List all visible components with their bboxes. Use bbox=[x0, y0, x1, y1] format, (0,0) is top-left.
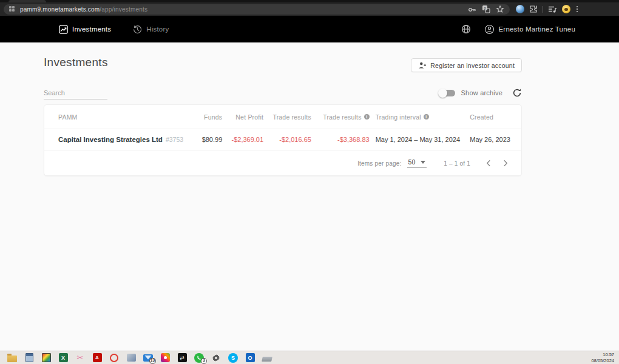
created-cell: May 26, 2023 bbox=[470, 136, 521, 143]
clock-date: 08/05/2024 bbox=[591, 358, 614, 363]
person-add-icon bbox=[418, 61, 427, 69]
app-o-icon[interactable]: O bbox=[242, 351, 259, 364]
info-icon[interactable]: i bbox=[424, 114, 429, 120]
user-name: Ernesto Martinez Tuneu bbox=[499, 25, 576, 33]
column-header-trade-results-2-label: Trade results bbox=[323, 113, 361, 121]
investments-table-card: PAMM Funds Net Profit Trade results Trad… bbox=[44, 104, 522, 176]
mail-badge: 13 bbox=[149, 358, 156, 364]
excel-icon[interactable]: X bbox=[55, 351, 72, 364]
next-page-icon[interactable] bbox=[501, 158, 510, 168]
pamm-id: #3753 bbox=[166, 136, 183, 143]
user-avatar-icon bbox=[484, 24, 495, 35]
address-bar-actions: a bbox=[468, 5, 504, 13]
settings-gear-icon[interactable] bbox=[208, 351, 225, 364]
translate-icon[interactable]: a bbox=[482, 5, 490, 13]
column-header-trading-interval[interactable]: Trading intervali bbox=[370, 113, 470, 121]
net-profit-cell: -$2,369.01 bbox=[222, 136, 263, 143]
items-per-page-label: Items per page: bbox=[357, 160, 401, 167]
mail-icon[interactable]: 13 bbox=[140, 351, 157, 364]
chevron-down-icon bbox=[421, 161, 425, 164]
browser-profile-globe-icon[interactable] bbox=[516, 5, 524, 13]
tab-investments[interactable]: Investments bbox=[59, 25, 111, 34]
history-icon bbox=[133, 25, 142, 34]
browser-toolbar: pamm9.monetamarkets.com/app/investments … bbox=[0, 2, 619, 16]
items-per-page-select[interactable]: 50 bbox=[407, 158, 427, 168]
pager-buttons bbox=[484, 158, 510, 168]
site-info-icon[interactable] bbox=[9, 6, 15, 12]
register-investor-button[interactable]: Register an investor account bbox=[411, 58, 522, 72]
archive-controls: Show archive bbox=[439, 88, 522, 98]
pagination: Items per page: 50 1 – 1 of 1 bbox=[44, 150, 521, 176]
column-header-trading-interval-label: Trading interval bbox=[376, 113, 421, 121]
previous-page-icon[interactable] bbox=[484, 158, 493, 168]
trade-results-2-cell: -$3,368.83 bbox=[311, 136, 370, 143]
search-input[interactable] bbox=[44, 88, 107, 99]
extensions-puzzle-icon[interactable] bbox=[529, 5, 538, 13]
user-menu[interactable]: Ernesto Martinez Tuneu bbox=[484, 24, 576, 35]
funds-cell: $80.99 bbox=[186, 136, 222, 143]
line-chart-icon bbox=[59, 25, 68, 34]
taskbar: X ✂ A 13 ⇄ 3 S O 10:57 08/05/2024 bbox=[0, 351, 619, 364]
acrobat-icon[interactable]: A bbox=[89, 351, 106, 364]
browser-chrome: pamm9.monetamarkets.com/app/investments … bbox=[0, 0, 619, 16]
pagination-range: 1 – 1 of 1 bbox=[444, 160, 470, 167]
paint-icon[interactable] bbox=[157, 351, 174, 364]
address-bar[interactable]: pamm9.monetamarkets.com/app/investments … bbox=[4, 4, 510, 15]
whatsapp-badge: 3 bbox=[201, 358, 207, 364]
column-header-trade-results-2[interactable]: Trade resultsi bbox=[311, 113, 370, 121]
trade-results-cell: -$2,016.65 bbox=[263, 136, 311, 143]
browser-actions bbox=[516, 5, 579, 13]
photos-icon[interactable] bbox=[38, 351, 55, 364]
browser-avatar-icon[interactable] bbox=[562, 5, 570, 13]
refresh-icon bbox=[512, 88, 522, 98]
skype-icon[interactable]: S bbox=[225, 351, 242, 364]
show-archive-toggle[interactable] bbox=[439, 89, 455, 97]
file-transfer-icon[interactable]: ⇄ bbox=[174, 351, 191, 364]
column-header-net-profit[interactable]: Net Profit bbox=[222, 113, 263, 121]
calculator-icon[interactable] bbox=[21, 351, 38, 364]
trading-interval-cell: May 1, 2024 – May 31, 2024 bbox=[370, 136, 470, 143]
pamm-name: Capital Investing Strategies Ltd bbox=[58, 136, 163, 143]
main-content: Investments Register an investor account… bbox=[0, 42, 619, 351]
clock-time: 10:57 bbox=[591, 352, 614, 357]
column-header-trade-results[interactable]: Trade results bbox=[263, 113, 311, 121]
tab-investments-label: Investments bbox=[72, 25, 111, 33]
search-field bbox=[44, 87, 107, 99]
items-per-page-value: 50 bbox=[408, 158, 416, 166]
taskbar-clock[interactable]: 10:57 08/05/2024 bbox=[591, 352, 619, 363]
tab-history[interactable]: History bbox=[133, 25, 169, 34]
app-navbar: Investments History Ernesto Martinez Tun… bbox=[0, 16, 619, 42]
scanner-icon[interactable] bbox=[259, 351, 276, 364]
password-key-icon[interactable] bbox=[468, 5, 476, 13]
register-investor-label: Register an investor account bbox=[430, 62, 515, 69]
column-header-created[interactable]: Created bbox=[470, 113, 521, 121]
app-cube-icon[interactable] bbox=[123, 351, 140, 364]
column-header-pamm[interactable]: PAMM bbox=[44, 113, 186, 121]
language-globe-icon[interactable] bbox=[461, 24, 471, 34]
screen: pamm9.monetamarkets.com/app/investments … bbox=[0, 0, 619, 364]
toolbar-separator bbox=[543, 6, 543, 13]
info-icon[interactable]: i bbox=[364, 114, 370, 120]
pamm-cell[interactable]: Capital Investing Strategies Ltd#3753 bbox=[44, 136, 186, 143]
refresh-button[interactable] bbox=[512, 88, 522, 98]
navbar-right: Ernesto Martinez Tuneu bbox=[461, 24, 576, 35]
snipping-tool-icon[interactable]: ✂ bbox=[72, 351, 89, 364]
table-header-row: PAMM Funds Net Profit Trade results Trad… bbox=[44, 105, 521, 129]
show-archive-label: Show archive bbox=[461, 89, 502, 96]
tab-history-label: History bbox=[146, 25, 169, 33]
column-header-funds[interactable]: Funds bbox=[186, 113, 222, 121]
media-controls-icon[interactable] bbox=[548, 5, 557, 13]
browser-menu-icon[interactable] bbox=[575, 5, 579, 13]
page-title: Investments bbox=[44, 56, 108, 69]
file-explorer-icon[interactable] bbox=[4, 351, 21, 364]
table-row[interactable]: Capital Investing Strategies Ltd#3753 $8… bbox=[44, 129, 521, 150]
url-text: pamm9.monetamarkets.com/app/investments bbox=[20, 6, 147, 13]
whatsapp-icon[interactable]: 3 bbox=[191, 351, 208, 364]
bookmark-star-icon[interactable] bbox=[496, 5, 504, 13]
url-path: /app/investments bbox=[100, 6, 147, 13]
opera-icon[interactable] bbox=[106, 351, 123, 364]
